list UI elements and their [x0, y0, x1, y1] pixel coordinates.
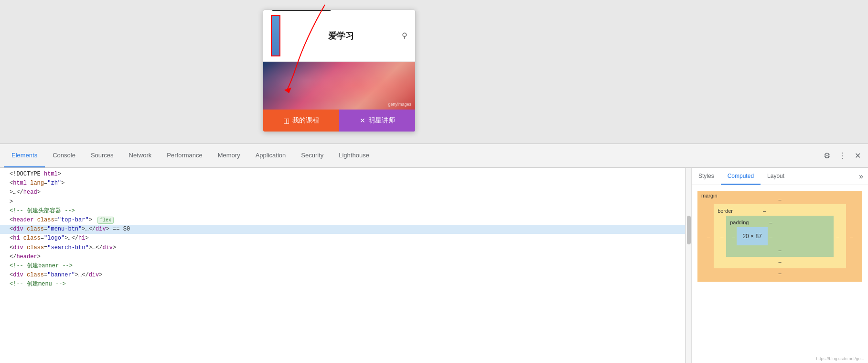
tab-memory[interactable]: Memory: [210, 144, 248, 167]
margin-middle-row: – border: [703, 204, 857, 268]
devtools-toolbar: ⚙ ⋮ ✕: [820, 149, 864, 163]
margin-left-value: –: [703, 233, 714, 239]
tab-network[interactable]: Network: [121, 144, 160, 167]
flex-badge: flex: [97, 217, 114, 224]
tab-computed[interactable]: Computed: [721, 168, 761, 185]
html-line[interactable]: <header class="top-bar"> flex: [0, 216, 685, 225]
html-line[interactable]: <div class="search-btn">…</div>: [0, 243, 685, 253]
element-dims-badge: 20 × 87: [308, 10, 328, 10]
box-model-padding: padding – – 20 × 87 –: [726, 216, 834, 257]
styles-tab-bar: Styles Computed Layout »: [692, 168, 868, 185]
scrollbar-thumb[interactable]: [687, 216, 691, 244]
tab-performance[interactable]: Performance: [159, 144, 210, 167]
my-course-button[interactable]: ◫ 我的课程: [263, 110, 339, 132]
margin-label: margin: [701, 193, 718, 198]
styles-panel: Styles Computed Layout » margin –: [691, 168, 868, 363]
tab-layout[interactable]: Layout: [761, 168, 791, 185]
website-title: 爱学习: [328, 30, 354, 42]
box-model-margin: margin – –: [697, 191, 862, 282]
more-styles-tabs[interactable]: »: [854, 168, 868, 185]
website-banner: gettyimages: [263, 62, 415, 110]
tab-console[interactable]: Console: [45, 144, 83, 167]
border-bottom-value: –: [718, 259, 842, 264]
padding-left-value: –: [730, 233, 737, 239]
border-right-value: –: [834, 233, 842, 239]
tab-application[interactable]: Application: [248, 144, 294, 167]
margin-bottom-value: –: [703, 270, 857, 276]
tab-sources[interactable]: Sources: [83, 144, 121, 167]
tab-elements[interactable]: Elements: [4, 144, 45, 167]
website-header: div.menu-btn 20 × 87 爱学习 ⚲: [263, 10, 415, 62]
html-line: </header>: [0, 253, 685, 262]
menu-btn-element: div.menu-btn 20 × 87: [271, 15, 280, 56]
box-model-border-container: border – – padding –: [714, 204, 846, 268]
html-comment-line: <!-- 创建menu -->: [0, 280, 685, 289]
html-line: >…</head>: [0, 188, 685, 197]
margin-right-value: –: [846, 233, 857, 239]
html-line[interactable]: <h1 class="logo">…</h1>: [0, 234, 685, 243]
padding-right-value: –: [768, 233, 774, 239]
devtools-panel: Elements Console Sources Network Perform…: [0, 143, 868, 363]
settings-button[interactable]: ⚙: [820, 149, 834, 163]
devtools-content: <!DOCTYPE html> <html lang="zh"> >…</hea…: [0, 168, 868, 363]
html-selected-line[interactable]: <div class="menu-btn">…</div> == $0: [0, 225, 685, 234]
box-model-border: border – – padding –: [714, 204, 846, 268]
element-tooltip: div.menu-btn 20 × 87: [272, 10, 331, 11]
html-line: >: [0, 198, 685, 207]
devtools-tab-bar: Elements Console Sources Network Perform…: [0, 144, 868, 168]
html-line: <html lang="zh">: [0, 179, 685, 188]
html-comment-line: <!-- 创建banner -->: [0, 262, 685, 271]
search-icon[interactable]: ⚲: [402, 31, 407, 40]
box-model-content: 20 × 87: [737, 227, 767, 245]
padding-label: padding –: [730, 220, 772, 225]
url-watermark: https://blog.csdn.net/go...: [692, 354, 868, 363]
star-icon: ✕: [360, 117, 365, 124]
tab-security[interactable]: Security: [293, 144, 331, 167]
course-button-label: 我的课程: [292, 116, 319, 125]
margin-top-value: –: [703, 197, 857, 202]
browser-preview: div.menu-btn 20 × 87 爱学习 ⚲ gettyimages ◫…: [0, 0, 868, 143]
html-scrollbar[interactable]: [686, 168, 691, 363]
html-panel[interactable]: <!DOCTYPE html> <html lang="zh"> >…</hea…: [0, 168, 686, 363]
border-left-value: –: [718, 233, 726, 239]
tab-styles[interactable]: Styles: [692, 168, 721, 185]
padding-bottom-value: –: [730, 247, 830, 253]
course-icon: ◫: [283, 117, 289, 124]
html-comment-line: <!-- 创建头部容器 -->: [0, 207, 685, 216]
star-lecturer-button[interactable]: ✕ 明星讲师: [339, 110, 415, 132]
border-label: border –: [718, 208, 766, 214]
box-model-area: margin – –: [692, 185, 868, 354]
website-preview-popup: div.menu-btn 20 × 87 爱学习 ⚲ gettyimages ◫…: [263, 10, 416, 132]
close-devtools-button[interactable]: ✕: [851, 149, 864, 163]
html-line: <!DOCTYPE html>: [0, 170, 685, 179]
more-options-button[interactable]: ⋮: [836, 149, 849, 163]
website-buttons: ◫ 我的课程 ✕ 明星讲师: [263, 110, 415, 132]
html-line[interactable]: <div class="banner">…</div>: [0, 271, 685, 280]
tab-lighthouse[interactable]: Lighthouse: [331, 144, 377, 167]
banner-watermark: gettyimages: [388, 102, 411, 107]
website-logo-area: div.menu-btn 20 × 87: [271, 15, 280, 56]
star-button-label: 明星讲师: [368, 116, 395, 125]
